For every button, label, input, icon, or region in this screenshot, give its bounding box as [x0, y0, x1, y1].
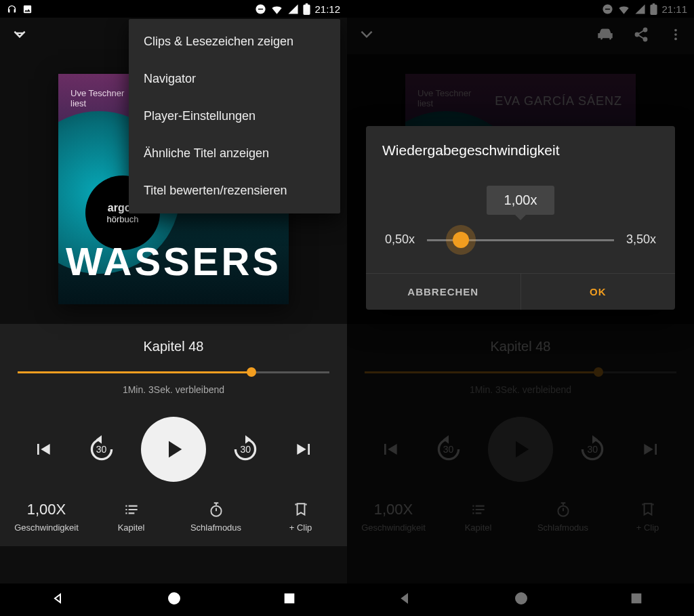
wifi-icon: [270, 3, 283, 16]
menu-clips-bookmarks[interactable]: Clips & Lesezeichen zeigen: [129, 23, 340, 60]
recents-button[interactable]: [282, 591, 297, 609]
speed-min-label: 0,50x: [385, 232, 415, 247]
back-button[interactable]: [50, 590, 66, 609]
menu-navigator[interactable]: Navigator: [129, 60, 340, 98]
timer-icon: [207, 501, 225, 518]
speed-max-label: 3,50x: [626, 232, 656, 247]
play-button[interactable]: [141, 417, 206, 482]
cell-icon: [287, 3, 299, 15]
phone-left: 21:12 Uve Teschner liest argon hörbuch W…: [0, 0, 347, 616]
status-bar: 21:12: [0, 0, 347, 18]
clock: 21:12: [314, 3, 340, 15]
battery-icon: [303, 3, 310, 15]
bookmark-icon: [292, 501, 310, 518]
android-nav-bar: [0, 583, 347, 616]
transport-controls: 30 30: [0, 402, 347, 489]
bottom-toolbar: 1,00X Geschwindigkeit Kapitel Schlafmodu…: [0, 489, 347, 546]
svg-rect-1: [258, 8, 263, 9]
menu-player-settings[interactable]: Player-Einstellungen: [129, 98, 340, 135]
progress-area: Kapitel 48 1Min. 3Sek. verbleibend: [0, 324, 347, 402]
speed-dialog: Wiedergabegeschwindigkeit 1,00x 0,50x 3,…: [366, 126, 675, 310]
add-clip-button[interactable]: + Clip: [258, 499, 343, 533]
time-remaining: 1Min. 3Sek. verbleibend: [18, 384, 329, 395]
collapse-button[interactable]: [11, 26, 28, 46]
rewind-30-button[interactable]: 30: [83, 430, 121, 468]
dnd-icon: [255, 3, 266, 15]
dialog-cancel-button[interactable]: ABBRECHEN: [366, 274, 521, 310]
prev-track-button[interactable]: [24, 430, 62, 468]
menu-rate-review[interactable]: Titel bewerten/rezensieren: [129, 172, 340, 209]
list-icon: [123, 501, 140, 518]
svg-point-3: [169, 593, 180, 604]
speed-button[interactable]: 1,00X Geschwindigkeit: [4, 499, 89, 533]
progress-slider[interactable]: [18, 365, 329, 379]
phone-right: 21:11 Uve Teschner liest EVA GARCÍA SÁEN…: [347, 0, 694, 616]
speed-value-tooltip: 1,00x: [487, 186, 554, 215]
dialog-ok-button[interactable]: OK: [521, 274, 676, 310]
overflow-menu: Clips & Lesezeichen zeigen Navigator Pla…: [129, 19, 340, 213]
speed-slider-thumb[interactable]: [453, 232, 469, 248]
next-track-button[interactable]: [285, 430, 323, 468]
picture-icon: [22, 4, 33, 14]
menu-similar-titles[interactable]: Ähnliche Titel anzeigen: [129, 135, 340, 172]
sleep-timer-button[interactable]: Schlafmodus: [174, 499, 258, 533]
speed-slider[interactable]: 0,50x 3,50x: [385, 224, 656, 255]
forward-30-button[interactable]: 30: [226, 430, 264, 468]
chapter-title[interactable]: Kapitel 48: [18, 339, 329, 354]
headphones-icon: [7, 4, 17, 14]
dialog-title: Wiedergabegeschwindigkeit: [366, 126, 675, 165]
home-button[interactable]: [166, 590, 182, 609]
chapters-button[interactable]: Kapitel: [89, 499, 174, 533]
svg-rect-4: [285, 594, 294, 603]
